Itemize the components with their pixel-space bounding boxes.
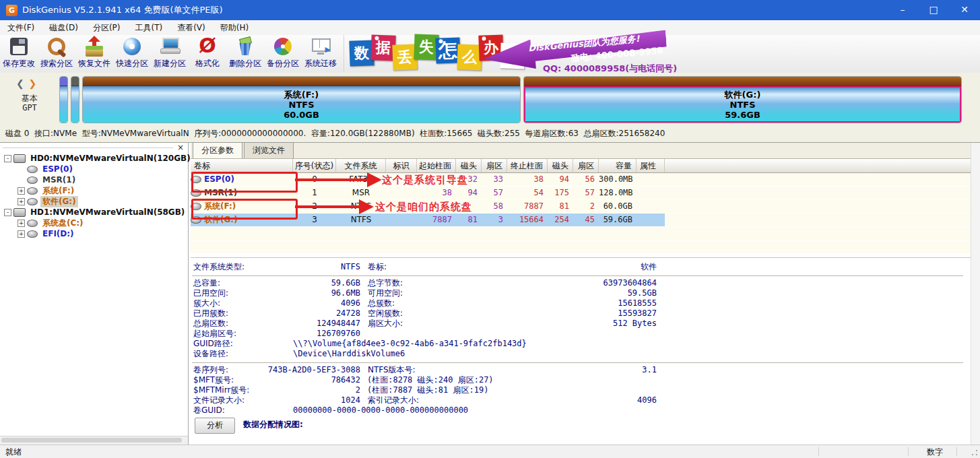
volume-icon (27, 176, 38, 184)
partition-block-系统(F:)[interactable]: 系统(F:)NTFS60.0GB (82, 76, 521, 123)
menu-item[interactable]: 磁盘(D) (42, 21, 86, 35)
tree-expander-icon[interactable]: - (4, 209, 11, 216)
next-disk-icon[interactable]: ❯ (29, 78, 37, 89)
tree-expander-icon[interactable]: + (18, 220, 25, 227)
toolbar: 保存更改搜索分区恢复文件快速分区新建分区Ø格式化删除分区备份分区▶系统迁移 数据… (0, 35, 980, 73)
column-header[interactable]: 卷标 (191, 159, 293, 172)
identifier-cell (386, 200, 417, 213)
partition-fs: NTFS (730, 100, 756, 110)
column-header[interactable]: 扇区 (482, 159, 507, 172)
table-row[interactable]: MSR(1)1MSR3894575417557128.0MB (191, 187, 971, 200)
statusbar-divider (956, 447, 957, 456)
detail-label: $MFT簇号: (193, 375, 234, 385)
detail-label: 总簇数: (368, 298, 395, 308)
partition-size: 60.0GB (284, 110, 319, 120)
table-row[interactable]: ESP(0)0FAT323233389456300.0MB (191, 173, 971, 187)
tab-active[interactable]: 分区参数 (193, 142, 242, 158)
tree-close-icon[interactable]: × (177, 143, 184, 152)
close-button[interactable]: ✕ (949, 0, 980, 20)
minimize-button[interactable]: – (887, 0, 918, 20)
detail-label: 文件记录大小: (193, 395, 244, 405)
column-header[interactable]: 磁头 (456, 159, 482, 172)
capacity-cell: 300.0MB (599, 173, 636, 186)
disk-info-line: 磁盘 0 接口:NVMe 型号:NVMeVMwareVirtualN 序列号:0… (0, 125, 980, 143)
tree-expander-icon[interactable]: - (4, 155, 11, 162)
ad-banner: DiskGenius团队为您服务! 致电: 400-008-9958 QQ: 4… (484, 36, 674, 73)
attribute-cell (636, 200, 665, 213)
tree-node[interactable]: +系统(F:) (0, 185, 188, 196)
table-row[interactable]: 系统(F:)2NTFS58788781260.0GB (191, 200, 971, 214)
column-header[interactable]: 扇区 (573, 159, 599, 172)
menu-item[interactable]: 工具(T) (127, 21, 170, 35)
quick-partition-icon (121, 36, 143, 57)
resize-grip[interactable] (971, 449, 979, 457)
toolbar-button-label: 备份分区 (267, 58, 299, 69)
column-header[interactable]: 终止柱面 (507, 159, 548, 172)
partition-block-small[interactable] (71, 76, 79, 123)
menu-item[interactable]: 分区(P) (86, 21, 128, 35)
maximize-button[interactable]: □ (918, 0, 949, 20)
detail-label: 卷序列号: (193, 365, 228, 375)
column-header[interactable]: 起始柱面 (417, 159, 456, 172)
toolbar-button-recover-files[interactable]: 恢复文件 (75, 35, 113, 73)
tree-node[interactable]: ESP(0) (0, 164, 188, 174)
tree-node[interactable]: +软件(G:) (0, 196, 188, 207)
toolbar-button-save[interactable]: 保存更改 (0, 35, 38, 73)
partition-block-软件(G:)[interactable]: 软件(G:)NTFS59.6GB (523, 76, 962, 123)
tree-node[interactable]: +EFI(D:) (0, 228, 188, 239)
tab-inactive[interactable]: 浏览文件 (244, 142, 294, 158)
volume-icon (191, 176, 201, 183)
detail-value: 2 (356, 385, 360, 395)
partition-block-small[interactable] (59, 76, 68, 123)
detail-label: NTFS版本号: (368, 365, 416, 375)
partition-block-body: 软件(G:)NTFS59.6GB (524, 86, 961, 123)
menu-item[interactable]: 查看(V) (170, 21, 213, 35)
filesystem-cell: NTFS (336, 200, 386, 213)
tree-node[interactable]: -HD1:NVMeVMwareVirtualN(58GB) (0, 207, 188, 218)
tree-node[interactable]: +系统盘(C:) (0, 218, 188, 228)
column-header[interactable]: 序号(状态) (293, 159, 336, 172)
column-header[interactable]: 磁头 (548, 159, 573, 172)
volume-icon (27, 187, 38, 195)
capacity-cell: 128.0MB (599, 187, 636, 199)
end-cylinder-cell: 15664 (507, 214, 548, 226)
prev-disk-icon[interactable]: ❮ (16, 78, 24, 89)
tree-node[interactable]: -HD0:NVMeVMwareVirtualN(120GB) (0, 153, 188, 164)
start-cylinder-cell (417, 200, 456, 213)
identifier-cell (386, 214, 417, 226)
attribute-cell (636, 173, 665, 186)
toolbar-button-format[interactable]: Ø格式化 (189, 35, 226, 73)
column-header[interactable]: 容量 (599, 159, 636, 172)
tree-expander-icon[interactable]: + (18, 230, 25, 238)
tree-scrollbar-thumb[interactable] (1, 438, 182, 443)
toolbar-button-system-migrate[interactable]: ▶系统迁移 (302, 35, 339, 73)
toolbar-button-quick-partition[interactable]: 快速分区 (113, 35, 151, 73)
menu-item[interactable]: 帮助(H) (213, 21, 256, 35)
volume-cell: 系统(F:) (191, 200, 293, 213)
column-header[interactable]: 属性 (636, 159, 665, 172)
toolbar-button-delete-partition[interactable]: 删除分区 (226, 35, 264, 73)
volume-label: 软件(G:) (204, 214, 238, 226)
volume-label: ESP(0) (204, 173, 234, 186)
filesystem-cell: FAT32 (336, 173, 386, 186)
toolbar-button-new-partition[interactable]: 新建分区 (151, 35, 189, 73)
allocation-map-label: 数据分配情况图: (243, 419, 303, 430)
tree-expander-icon[interactable]: + (18, 198, 25, 205)
tree-node[interactable]: MSR(1) (0, 174, 188, 185)
table-row[interactable]: 软件(G:)3NTFS7887813156642544559.6GB (191, 214, 971, 227)
identifier-cell (386, 187, 417, 199)
detail-value-chs: (柱面:8278 磁头:240 扇区:27) (367, 375, 494, 385)
tree-horizontal-scrollbar[interactable] (0, 436, 188, 445)
detail-label: 总容量: (193, 278, 220, 288)
detail-divider (192, 359, 963, 363)
menu-item[interactable]: 文件(F) (0, 21, 42, 35)
toolbar-button-label: 新建分区 (154, 58, 186, 69)
attribute-cell (636, 187, 665, 199)
column-header[interactable]: 文件系统 (336, 159, 386, 172)
analyze-button[interactable]: 分析 (195, 418, 235, 434)
column-header[interactable]: 标识 (386, 159, 417, 172)
panel-vertical-scrollbar[interactable] (971, 143, 980, 445)
toolbar-button-search[interactable]: 搜索分区 (38, 35, 75, 73)
toolbar-button-backup-partition[interactable]: 备份分区 (264, 35, 302, 73)
tree-expander-icon[interactable]: + (18, 187, 25, 195)
